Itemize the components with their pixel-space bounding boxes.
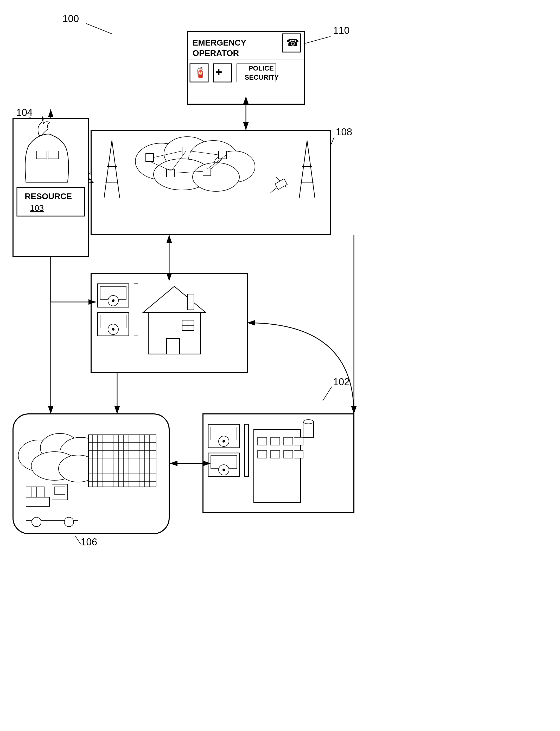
svg-marker-51: [81, 169, 91, 180]
svg-line-60: [29, 117, 38, 122]
svg-line-32: [190, 151, 219, 155]
svg-line-123: [75, 536, 81, 544]
svg-point-25: [193, 163, 239, 191]
svg-rect-19: [91, 130, 330, 234]
svg-point-24: [154, 159, 211, 190]
svg-rect-73: [98, 312, 129, 336]
svg-rect-62: [36, 151, 47, 159]
svg-text:108: 108: [336, 126, 352, 137]
svg-rect-61: [13, 118, 88, 256]
svg-text:🧯: 🧯: [194, 66, 207, 79]
svg-rect-78: [148, 312, 200, 354]
svg-line-146: [323, 387, 332, 401]
svg-rect-84: [187, 294, 194, 310]
svg-line-38: [104, 141, 112, 198]
svg-rect-137: [284, 437, 293, 445]
svg-rect-7: [282, 34, 301, 52]
svg-line-39: [112, 141, 120, 198]
svg-rect-113: [26, 487, 44, 500]
svg-line-3: [302, 36, 330, 44]
svg-rect-139: [258, 450, 267, 458]
svg-rect-88: [13, 414, 169, 534]
svg-rect-124: [203, 414, 354, 513]
svg-line-49: [271, 182, 284, 193]
svg-rect-10: [190, 64, 208, 82]
svg-rect-26: [146, 154, 154, 161]
svg-text:104: 104: [16, 107, 33, 118]
svg-rect-77: [134, 284, 138, 336]
svg-line-44: [307, 141, 315, 198]
svg-point-22: [189, 141, 238, 177]
svg-rect-119: [26, 497, 49, 506]
svg-rect-143: [303, 422, 314, 437]
svg-rect-94: [88, 435, 156, 487]
svg-rect-29: [167, 169, 174, 177]
svg-point-128: [222, 440, 225, 443]
svg-point-71: [108, 295, 118, 306]
svg-text:RESOURCE: RESOURCE: [25, 192, 72, 201]
svg-text:POLICE: POLICE: [249, 64, 274, 72]
svg-rect-117: [55, 487, 65, 495]
svg-point-20: [135, 143, 187, 180]
svg-rect-136: [271, 437, 280, 445]
svg-rect-129: [208, 453, 239, 477]
svg-rect-64: [17, 187, 85, 216]
diagram-svg: 100 110 EMERGENCY OPERATOR ☎ 🧯 + POLICE …: [0, 0, 560, 731]
svg-text:103: 103: [30, 203, 44, 213]
svg-point-92: [31, 452, 78, 480]
svg-line-34: [207, 155, 226, 169]
svg-line-35: [174, 171, 203, 173]
svg-text:102: 102: [333, 377, 349, 388]
svg-rect-28: [219, 151, 226, 159]
svg-rect-4: [187, 31, 304, 104]
svg-text:SECURITY: SECURITY: [245, 73, 279, 81]
svg-point-21: [164, 137, 211, 170]
svg-rect-69: [98, 284, 129, 307]
svg-line-36: [172, 151, 186, 170]
svg-point-144: [303, 420, 314, 424]
svg-rect-12: [213, 64, 232, 82]
ref-110-label: 110: [333, 25, 349, 36]
svg-rect-141: [284, 450, 293, 458]
svg-point-121: [64, 517, 74, 527]
svg-rect-118: [26, 505, 78, 521]
svg-point-132: [222, 469, 225, 471]
svg-marker-58: [48, 181, 52, 184]
svg-rect-142: [294, 450, 303, 458]
svg-line-37: [211, 159, 222, 169]
svg-point-93: [59, 455, 98, 482]
svg-point-90: [40, 434, 79, 462]
svg-point-89: [18, 440, 60, 471]
svg-rect-126: [211, 427, 237, 440]
svg-rect-27: [182, 147, 190, 155]
svg-rect-81: [182, 320, 194, 330]
svg-rect-133: [245, 424, 249, 477]
svg-point-120: [32, 517, 41, 527]
svg-text:OPERATOR: OPERATOR: [193, 48, 239, 58]
svg-line-2: [86, 23, 112, 34]
svg-point-131: [219, 465, 229, 475]
svg-point-76: [112, 328, 114, 330]
svg-line-33: [150, 161, 170, 170]
svg-rect-16: [237, 73, 276, 82]
svg-rect-130: [211, 456, 237, 469]
svg-point-91: [60, 437, 101, 469]
svg-point-127: [219, 436, 229, 447]
svg-rect-68: [91, 273, 247, 372]
svg-text:☎: ☎: [286, 37, 299, 48]
svg-rect-14: [237, 64, 276, 73]
svg-rect-50: [275, 179, 287, 190]
svg-rect-135: [258, 437, 267, 445]
svg-rect-74: [100, 315, 126, 328]
svg-rect-134: [254, 430, 301, 503]
svg-rect-116: [52, 484, 68, 500]
svg-point-72: [112, 299, 114, 302]
ref-100-label: 100: [62, 13, 79, 24]
svg-text:106: 106: [81, 537, 97, 548]
svg-line-48: [276, 177, 286, 187]
svg-line-43: [299, 141, 307, 198]
svg-line-54: [330, 137, 334, 146]
svg-marker-79: [143, 286, 206, 312]
svg-rect-70: [100, 286, 126, 299]
svg-rect-125: [208, 424, 239, 448]
